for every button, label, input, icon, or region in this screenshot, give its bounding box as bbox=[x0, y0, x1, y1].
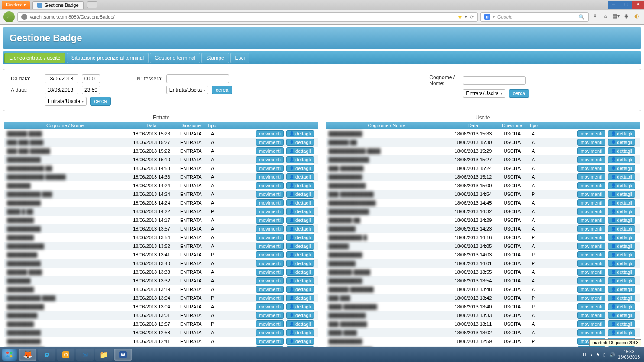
taskbar-ie-icon[interactable]: e bbox=[38, 349, 55, 361]
dettagli-button[interactable]: 👤dettagli bbox=[608, 225, 635, 232]
dettagli-button[interactable]: 👤dettagli bbox=[286, 139, 314, 146]
dettagli-button[interactable]: 👤dettagli bbox=[286, 147, 314, 154]
new-tab-button[interactable]: + bbox=[87, 1, 97, 8]
da-time-input[interactable] bbox=[82, 74, 100, 83]
dettagli-button[interactable]: 👤dettagli bbox=[608, 286, 635, 293]
dropdown-icon[interactable]: ▾ bbox=[493, 15, 495, 19]
dettagli-button[interactable]: 👤dettagli bbox=[286, 260, 314, 267]
movimenti-button[interactable]: movimenti bbox=[256, 295, 284, 301]
movimenti-button[interactable]: movimenti bbox=[256, 312, 284, 319]
movimenti-button[interactable]: movimenti bbox=[577, 243, 605, 250]
browser-tab[interactable]: Gestione Badge bbox=[32, 1, 84, 9]
dettagli-button[interactable]: 👤dettagli bbox=[608, 251, 635, 258]
movimenti-button[interactable]: movimenti bbox=[256, 173, 284, 180]
dettagli-button[interactable]: 👤dettagli bbox=[286, 234, 314, 241]
movimenti-button[interactable]: movimenti bbox=[256, 277, 284, 284]
movimenti-button[interactable]: movimenti bbox=[577, 234, 605, 241]
dettagli-button[interactable]: 👤dettagli bbox=[608, 277, 635, 284]
url-input[interactable]: varchi.samer.com:8080/GestioneBadge/ ★ ▾… bbox=[17, 12, 478, 22]
movimenti-button[interactable]: movimenti bbox=[577, 260, 605, 267]
movimenti-button[interactable]: movimenti bbox=[256, 260, 284, 267]
dettagli-button[interactable]: 👤dettagli bbox=[608, 173, 635, 180]
tray-chevron-icon[interactable]: ▴ bbox=[590, 352, 592, 357]
movimenti-button[interactable]: movimenti bbox=[256, 147, 284, 154]
back-button[interactable]: ← bbox=[3, 11, 15, 22]
dettagli-button[interactable]: 👤dettagli bbox=[286, 320, 314, 327]
movimenti-button[interactable]: movimenti bbox=[577, 303, 605, 310]
dettagli-button[interactable]: 👤dettagli bbox=[286, 156, 314, 163]
nav-tab[interactable]: Esci bbox=[230, 53, 250, 63]
dettagli-button[interactable]: 👤dettagli bbox=[286, 199, 314, 206]
movimenti-button[interactable]: movimenti bbox=[256, 243, 284, 250]
movimenti-button[interactable]: movimenti bbox=[256, 234, 284, 241]
movimenti-button[interactable]: movimenti bbox=[577, 295, 605, 301]
dettagli-button[interactable]: 👤dettagli bbox=[608, 217, 635, 224]
movimenti-button[interactable]: movimenti bbox=[256, 329, 284, 336]
dettagli-button[interactable]: 👤dettagli bbox=[286, 338, 314, 345]
movimenti-button[interactable]: movimenti bbox=[577, 208, 605, 215]
direction-dropdown-2[interactable]: Entrata/Uscita bbox=[166, 86, 208, 94]
movimenti-button[interactable]: movimenti bbox=[577, 191, 605, 198]
dettagli-button[interactable]: 👤dettagli bbox=[608, 269, 635, 276]
search-input[interactable]: g ▾ Google 🔍 bbox=[480, 12, 589, 22]
dettagli-button[interactable]: 👤dettagli bbox=[608, 191, 635, 198]
dettagli-button[interactable]: 👤dettagli bbox=[608, 320, 635, 327]
dettagli-button[interactable]: 👤dettagli bbox=[286, 173, 314, 180]
taskbar-outlook-icon[interactable]: O bbox=[57, 349, 74, 361]
movimenti-button[interactable]: movimenti bbox=[256, 217, 284, 224]
movimenti-button[interactable]: movimenti bbox=[577, 165, 605, 172]
taskbar-thunderbird-icon[interactable]: ✉ bbox=[76, 349, 94, 361]
movimenti-button[interactable]: movimenti bbox=[256, 156, 284, 163]
tray-clock[interactable]: 15:33 18/06/2013 bbox=[618, 349, 640, 360]
movimenti-button[interactable]: movimenti bbox=[577, 217, 605, 224]
direction-dropdown-3[interactable]: Entrata/Uscita bbox=[463, 89, 505, 98]
movimenti-button[interactable]: movimenti bbox=[256, 225, 284, 232]
tray-volume-icon[interactable]: 🔊 bbox=[609, 352, 615, 357]
window-close-button[interactable]: ✕ bbox=[632, 1, 644, 9]
dettagli-button[interactable]: 👤dettagli bbox=[608, 234, 635, 241]
dettagli-button[interactable]: 👤dettagli bbox=[608, 199, 635, 206]
window-maximize-button[interactable]: ▢ bbox=[620, 1, 632, 9]
dettagli-button[interactable]: 👤dettagli bbox=[286, 191, 314, 198]
movimenti-button[interactable]: movimenti bbox=[256, 130, 284, 137]
dettagli-button[interactable]: 👤dettagli bbox=[608, 139, 635, 146]
dettagli-button[interactable]: 👤dettagli bbox=[608, 312, 635, 319]
downloads-icon[interactable]: ⬇ bbox=[591, 13, 599, 21]
movimenti-button[interactable]: movimenti bbox=[256, 251, 284, 258]
dettagli-button[interactable]: 👤dettagli bbox=[608, 243, 635, 250]
cerca-button-3[interactable]: cerca bbox=[509, 89, 529, 98]
dettagli-button[interactable]: 👤dettagli bbox=[608, 147, 635, 154]
addon-icon[interactable]: ◐ bbox=[633, 13, 641, 21]
dettagli-button[interactable]: 👤dettagli bbox=[608, 303, 635, 310]
movimenti-button[interactable]: movimenti bbox=[577, 312, 605, 319]
taskbar-word-icon[interactable]: W bbox=[114, 349, 132, 361]
movimenti-button[interactable]: movimenti bbox=[256, 269, 284, 276]
movimenti-button[interactable]: movimenti bbox=[256, 208, 284, 215]
dettagli-button[interactable]: 👤dettagli bbox=[286, 329, 314, 336]
da-date-input[interactable] bbox=[45, 74, 78, 83]
dettagli-button[interactable]: 👤dettagli bbox=[286, 208, 314, 215]
dettagli-button[interactable]: 👤dettagli bbox=[608, 329, 635, 336]
dettagli-button[interactable]: 👤dettagli bbox=[608, 165, 635, 172]
dettagli-button[interactable]: 👤dettagli bbox=[286, 295, 314, 301]
dettagli-button[interactable]: 👤dettagli bbox=[286, 243, 314, 250]
bookmarks-icon[interactable]: ▤▾ bbox=[612, 13, 620, 21]
dettagli-button[interactable]: 👤dettagli bbox=[286, 312, 314, 319]
movimenti-button[interactable]: movimenti bbox=[577, 269, 605, 276]
movimenti-button[interactable]: movimenti bbox=[577, 225, 605, 232]
dettagli-button[interactable]: 👤dettagli bbox=[286, 165, 314, 172]
dettagli-button[interactable]: 👤dettagli bbox=[608, 208, 635, 215]
dettagli-button[interactable]: 👤dettagli bbox=[286, 269, 314, 276]
movimenti-button[interactable]: movimenti bbox=[577, 182, 605, 189]
reload-button[interactable]: ⟳ bbox=[470, 14, 474, 20]
dettagli-button[interactable]: 👤dettagli bbox=[286, 182, 314, 189]
movimenti-button[interactable]: movimenti bbox=[256, 165, 284, 172]
home-icon[interactable]: ⌂ bbox=[602, 13, 609, 21]
movimenti-button[interactable]: movimenti bbox=[577, 147, 605, 154]
movimenti-button[interactable]: movimenti bbox=[577, 320, 605, 327]
nav-tab[interactable]: Elenco entrate / uscite bbox=[4, 53, 65, 63]
tessera-input[interactable] bbox=[166, 74, 229, 83]
movimenti-button[interactable]: movimenti bbox=[256, 199, 284, 206]
movimenti-button[interactable]: movimenti bbox=[577, 286, 605, 293]
dettagli-button[interactable]: 👤dettagli bbox=[286, 277, 314, 284]
